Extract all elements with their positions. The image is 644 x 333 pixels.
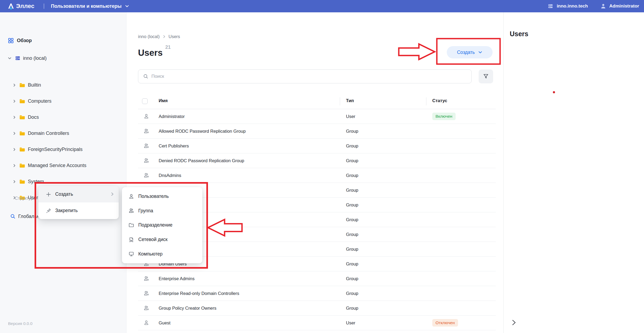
tree-node-computers[interactable]: Computers [0, 96, 126, 106]
item-count: 21 [165, 45, 171, 50]
row-name: Cert Publishers [159, 143, 189, 149]
submenu-item-computer[interactable]: Компьютер [122, 247, 202, 261]
menu-item-label: Группа [138, 208, 153, 214]
chevron-down-icon[interactable] [8, 56, 12, 60]
tree-node-domain-controllers[interactable]: Domain Controllers [0, 128, 126, 139]
table-row[interactable]: Allowed RODC Password Replication Group … [138, 124, 496, 139]
folder-icon [19, 179, 25, 184]
group-icon [143, 276, 149, 282]
page-title: Users21 [138, 45, 171, 58]
row-type: Group [346, 261, 432, 267]
folder-icon [19, 163, 25, 168]
table-header: Имя Тип Статус [138, 94, 496, 109]
server-name: inno.inno.tech [557, 3, 588, 9]
tree-node-docs[interactable]: Docs [0, 112, 126, 123]
table-row[interactable]: DnsAdmins Group [138, 168, 496, 183]
app-window: Эллес Пользователи и компьютеры inno.inn… [0, 0, 644, 333]
group-icon [143, 172, 149, 178]
filter-button[interactable] [479, 69, 493, 83]
server-icon [548, 3, 553, 9]
create-button[interactable]: Создать [447, 46, 493, 58]
chevron-right-icon[interactable] [12, 164, 16, 168]
menu-item-label: Закрепить [55, 208, 78, 213]
tree-node-label: Builtin [28, 82, 41, 88]
group-icon [128, 208, 134, 214]
tree-node-domain[interactable]: inno (local) [0, 53, 126, 64]
folder-icon [19, 99, 25, 103]
tree-node-label: Domain Controllers [28, 131, 69, 136]
user-menu[interactable]: Administrator [600, 3, 639, 9]
search-input[interactable] [151, 74, 471, 79]
context-menu-item-pin[interactable]: Закрепить [38, 202, 119, 219]
network-drive-icon [128, 237, 134, 243]
tree-node-builtin[interactable]: Builtin [0, 80, 126, 90]
tree-node-label: inno (local) [23, 56, 47, 61]
table-row[interactable]: Administrator User Включен [138, 109, 496, 124]
sidebar: Обзор inno (local) Builtin Computers [0, 12, 126, 333]
module-dropdown[interactable]: Пользователи и компьютеры [51, 0, 129, 12]
chevron-right-icon [162, 35, 166, 38]
tree-node-label: Computers [28, 98, 51, 104]
submenu-item-group[interactable]: Группа [122, 204, 202, 218]
table-row[interactable]: Enterprise Admins Group [138, 271, 496, 286]
folder-icon [19, 115, 25, 120]
column-header-type[interactable]: Тип [346, 98, 354, 103]
row-type: Group [346, 129, 432, 134]
column-divider [340, 97, 340, 105]
chevron-right-icon[interactable] [12, 180, 16, 184]
row-type: User [346, 114, 432, 119]
search-icon [10, 214, 16, 219]
table-row[interactable]: Cert Publishers Group [138, 139, 496, 153]
row-name: Administrator [159, 114, 185, 119]
user-name: Administrator [609, 3, 639, 9]
tree-node-foreign-security[interactable]: ForeignSecurityPrincipals [0, 144, 126, 155]
computer-icon [128, 251, 134, 257]
user-avatar-icon [600, 3, 606, 9]
breadcrumb-current[interactable]: Users [169, 34, 180, 39]
row-type: Group [346, 158, 432, 163]
sidebar-item-overview[interactable]: Обзор [0, 35, 126, 46]
topbar-right: inno.inno.tech Administrator [548, 0, 639, 12]
table-row[interactable]: Denied RODC Password Replication Group G… [138, 153, 496, 168]
submenu-item-network-drive[interactable]: Сетевой диск [122, 232, 202, 247]
context-menu: Создать Закрепить [38, 186, 119, 219]
row-type: Group [346, 202, 432, 208]
plus-icon [46, 192, 51, 197]
chevron-right-icon[interactable] [12, 147, 16, 151]
chevron-right-icon[interactable] [12, 131, 16, 135]
search-icon [143, 74, 148, 79]
submenu-item-user[interactable]: Пользователь [122, 189, 202, 204]
chevron-right-icon [110, 192, 114, 196]
row-type: Group [346, 232, 432, 237]
table-row[interactable]: Enterprise Read-only Domain Controllers … [138, 286, 496, 301]
chevron-right-icon [510, 319, 517, 326]
table-row[interactable]: Guest User Отключен [138, 316, 496, 330]
row-name: Enterprise Read-only Domain Controllers [159, 291, 239, 296]
column-header-name[interactable]: Имя [159, 98, 168, 103]
row-type: Group [346, 217, 432, 222]
app-title: Эллес [16, 3, 34, 10]
select-all-checkbox[interactable] [142, 98, 148, 104]
chevron-right-icon[interactable] [12, 115, 16, 119]
tree-node-system[interactable]: System [0, 176, 126, 187]
column-header-status[interactable]: Статус [432, 98, 447, 103]
tree-node-managed-service[interactable]: Managed Service Accounts [0, 160, 126, 171]
table-row[interactable]: Group Policy Creator Owners Group [138, 301, 496, 316]
tree-node-label: Docs [28, 114, 39, 120]
folder-icon [19, 147, 25, 152]
elles-logo-icon [8, 3, 14, 10]
panel-collapse-button[interactable] [510, 319, 518, 327]
context-menu-item-create[interactable]: Создать [38, 186, 119, 202]
filter-icon [483, 73, 489, 79]
folder-icon [19, 83, 25, 87]
chevron-right-icon[interactable] [12, 99, 16, 103]
row-type: Group [346, 291, 432, 296]
breadcrumb: inno (local) Users [138, 34, 180, 39]
server-indicator[interactable]: inno.inno.tech [548, 3, 588, 9]
row-name: Denied RODC Password Replication Group [159, 158, 244, 163]
submenu-item-org-unit[interactable]: Подразделение [122, 218, 202, 232]
row-type: User [346, 320, 432, 325]
chevron-right-icon[interactable] [12, 83, 16, 87]
user-icon [143, 320, 149, 326]
breadcrumb-parent[interactable]: inno (local) [138, 34, 160, 39]
